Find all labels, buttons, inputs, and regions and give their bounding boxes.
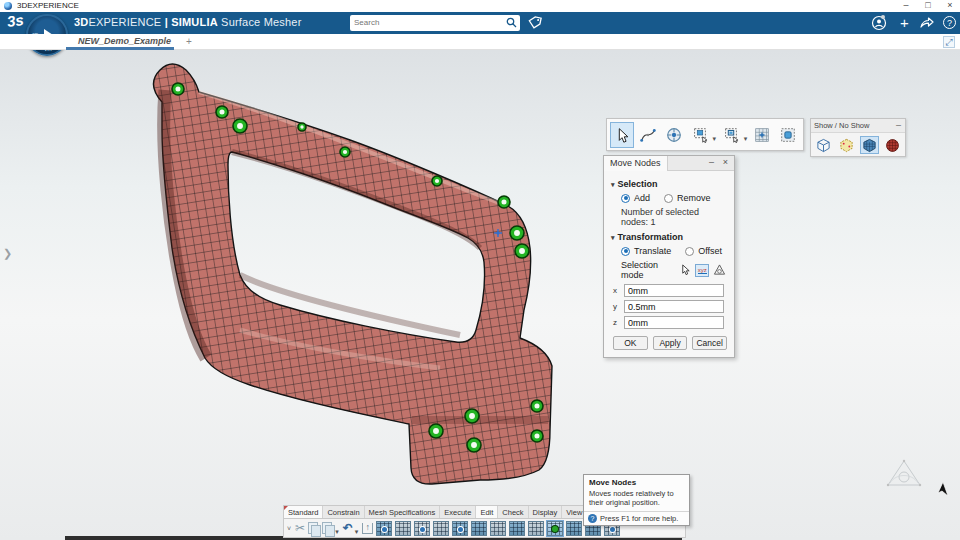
add-radio[interactable]: Add bbox=[621, 193, 650, 203]
window-minimize-button[interactable]: – bbox=[897, 0, 915, 12]
fullscreen-toggle-icon[interactable]: ⤢ bbox=[943, 36, 955, 48]
mesh-refine-icon[interactable] bbox=[509, 521, 525, 536]
undo-menu-caret[interactable]: ▾ bbox=[355, 528, 359, 536]
weld-node[interactable] bbox=[233, 119, 247, 133]
rect-select-menu-caret[interactable]: ▾ bbox=[712, 135, 716, 143]
app-name: SIMULIA bbox=[171, 16, 218, 28]
window-maximize-button[interactable]: □ bbox=[919, 0, 937, 12]
rect-select-alt-tool-button[interactable] bbox=[719, 122, 743, 148]
offset-radio[interactable]: Offset bbox=[685, 246, 722, 256]
window-close-button[interactable]: × bbox=[941, 0, 959, 12]
mesh-gear-icon[interactable] bbox=[452, 521, 468, 536]
grid-icon[interactable] bbox=[490, 521, 506, 536]
ribbon-tab-mesh-specifications[interactable]: Mesh Specifications bbox=[365, 506, 441, 518]
weld-node[interactable] bbox=[510, 226, 524, 240]
ribbon-collapse-button[interactable]: ˅ bbox=[287, 525, 291, 532]
translate-radio[interactable]: Translate bbox=[621, 246, 671, 256]
z-field[interactable] bbox=[624, 316, 724, 329]
rotate-target-tool-button[interactable] bbox=[662, 122, 686, 148]
view-robot-icon[interactable] bbox=[880, 455, 928, 495]
panel-expand-chevron[interactable]: ❯ bbox=[3, 247, 12, 260]
mesh-patch-icon[interactable] bbox=[395, 521, 411, 536]
new-tab-button[interactable]: + bbox=[186, 36, 192, 47]
show-cube-button[interactable] bbox=[814, 136, 833, 154]
grid-select-tool-button[interactable] bbox=[750, 122, 774, 148]
document-tab[interactable]: NEW_Demo_Example bbox=[78, 36, 171, 46]
mesh-offset-icon[interactable] bbox=[566, 521, 582, 536]
node-extrude-icon[interactable] bbox=[528, 521, 544, 536]
viewport[interactable]: ❯ ▾ bbox=[0, 50, 960, 540]
transformation-section-header[interactable]: ▾Transformation bbox=[611, 232, 727, 242]
table-icon[interactable] bbox=[376, 521, 392, 536]
spline-tool-button[interactable] bbox=[636, 122, 660, 148]
search-icon[interactable] bbox=[506, 17, 517, 28]
show-dashed-cube-button[interactable] bbox=[837, 136, 856, 154]
show-mesh-sphere-button[interactable] bbox=[883, 136, 902, 154]
remove-radio-label: Remove bbox=[677, 193, 711, 203]
share-button[interactable] bbox=[918, 15, 935, 32]
selection-mode-compass-button[interactable] bbox=[712, 264, 727, 277]
selection-section-header[interactable]: ▾Selection bbox=[611, 179, 727, 189]
dialog-close-button[interactable]: × bbox=[723, 157, 728, 167]
cut-icon[interactable]: ✂ bbox=[295, 521, 305, 535]
search-input[interactable] bbox=[354, 16, 500, 29]
ribbon-tab-standard[interactable]: Standard bbox=[284, 506, 323, 518]
weld-node[interactable] bbox=[531, 400, 543, 412]
dialog-minimize-button[interactable]: – bbox=[709, 157, 714, 167]
weld-node[interactable] bbox=[467, 438, 481, 452]
weld-node[interactable] bbox=[429, 424, 443, 438]
share-icon bbox=[919, 15, 935, 31]
dialog-titlebar[interactable]: Move Nodes – × bbox=[604, 156, 734, 171]
x-field[interactable] bbox=[624, 284, 724, 297]
weld-node[interactable] bbox=[298, 123, 306, 131]
ribbon-tab-constrain[interactable]: Constrain bbox=[323, 506, 364, 518]
copy-icon[interactable] bbox=[308, 522, 319, 535]
ribbon-tab-execute[interactable]: Execute bbox=[440, 506, 476, 518]
rect-select-alt-menu-caret[interactable]: ▾ bbox=[744, 135, 748, 143]
ribbon-tab-edit[interactable]: Edit bbox=[476, 506, 498, 518]
weld-node[interactable] bbox=[498, 196, 510, 208]
weld-node[interactable] bbox=[216, 106, 228, 118]
document-tabbar: NEW_Demo_Example + ⤢ bbox=[0, 34, 960, 50]
paste-icon[interactable] bbox=[322, 522, 333, 535]
paste-menu-caret[interactable]: ▾ bbox=[335, 528, 339, 536]
selection-mode-xyz-button[interactable]: xyz bbox=[695, 264, 709, 277]
weld-node[interactable] bbox=[515, 244, 529, 258]
weld-node[interactable] bbox=[172, 83, 184, 95]
undo-icon[interactable]: ↶ bbox=[343, 522, 353, 535]
smooth-icon[interactable] bbox=[433, 521, 449, 536]
tooltip-body: Moves nodes relatively to their original… bbox=[584, 488, 689, 511]
selection-mode-label: Selection mode bbox=[621, 260, 676, 280]
weld-node[interactable] bbox=[531, 430, 543, 442]
move-nodes-dialog: Move Nodes – × ▾Selection Add Remove Num… bbox=[603, 155, 735, 358]
show-mesh-cube-button[interactable] bbox=[860, 136, 879, 154]
help-icon: ? bbox=[943, 16, 956, 29]
remove-radio[interactable]: Remove bbox=[664, 193, 711, 203]
search-box[interactable] bbox=[350, 15, 520, 31]
cancel-button[interactable]: Cancel bbox=[692, 336, 727, 350]
show-no-show-minimize-button[interactable]: – bbox=[896, 120, 901, 130]
apply-button[interactable]: Apply bbox=[653, 336, 688, 350]
tag-icon[interactable] bbox=[527, 15, 543, 31]
app-title: 3DEXPERIENCE | SIMULIA Surface Mesher bbox=[74, 16, 302, 28]
import-icon[interactable]: ↑ bbox=[362, 523, 373, 534]
dassault-logo-icon: 3s bbox=[6, 11, 25, 30]
weld-node[interactable] bbox=[432, 176, 442, 186]
y-field[interactable] bbox=[624, 300, 724, 313]
selected-nodes-count: Number of selected nodes: 1 bbox=[621, 207, 727, 227]
weld-node[interactable] bbox=[340, 147, 350, 157]
y-field-label: y bbox=[613, 302, 620, 311]
mesh-zone-icon[interactable] bbox=[471, 521, 487, 536]
move-nodes-icon[interactable] bbox=[547, 521, 563, 536]
zone-select-tool-button[interactable] bbox=[776, 122, 800, 148]
ribbon-tab-display[interactable]: Display bbox=[529, 506, 563, 518]
rect-select-tool-button[interactable] bbox=[688, 122, 712, 148]
selection-mode-pointer-button[interactable] bbox=[679, 264, 693, 277]
ok-button[interactable]: OK bbox=[613, 336, 648, 350]
ribbon-tab-check[interactable]: Check bbox=[498, 506, 528, 518]
pointer-tool-button[interactable] bbox=[610, 122, 634, 148]
help-button[interactable]: ? bbox=[941, 15, 958, 32]
add-content-button[interactable]: + bbox=[896, 15, 913, 32]
weld-node[interactable] bbox=[465, 409, 479, 423]
mesh-lock-icon[interactable] bbox=[414, 521, 430, 536]
